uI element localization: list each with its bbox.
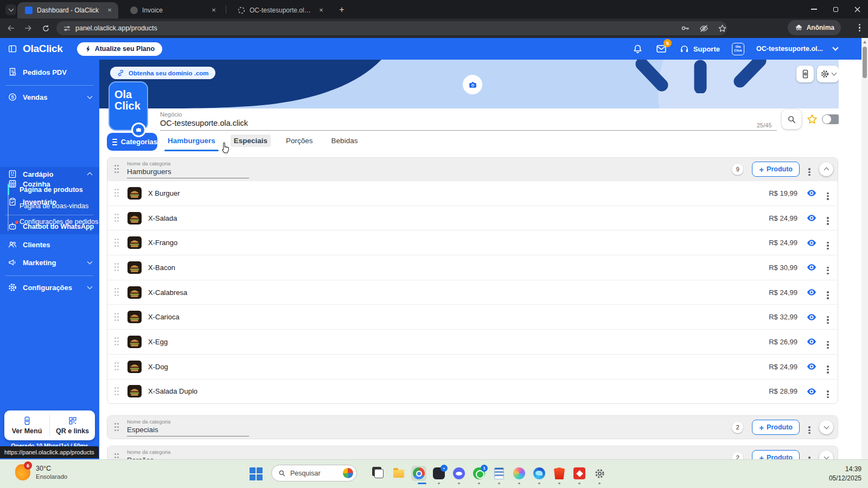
product-name[interactable]: X-Dog — [148, 363, 168, 371]
drag-handle-icon[interactable] — [114, 214, 120, 222]
sidebar-item-marketing[interactable]: Marketing — [0, 256, 99, 268]
visibility-eye-icon[interactable] — [806, 188, 817, 198]
product-image[interactable] — [127, 212, 142, 224]
scrollbar-thumb[interactable] — [863, 47, 867, 78]
inbox-mail-icon[interactable]: 5 — [655, 43, 667, 55]
expand-button[interactable] — [819, 420, 833, 434]
copilot-button[interactable] — [512, 466, 527, 481]
product-price[interactable]: R$ 24,99 — [769, 239, 797, 247]
support-button[interactable]: Suporte — [679, 44, 720, 54]
eye-off-icon[interactable] — [699, 23, 709, 34]
sidebar-toggle-icon[interactable] — [8, 44, 17, 54]
task-view-button[interactable] — [371, 466, 386, 481]
upgrade-plan-button[interactable]: Atualize seu Plano — [77, 42, 162, 56]
product-name[interactable]: X-Frango — [148, 239, 177, 247]
product-image[interactable] — [127, 385, 142, 397]
visibility-eye-icon[interactable] — [806, 312, 817, 323]
site-settings-icon[interactable] — [63, 24, 71, 33]
account-name[interactable]: OC-testesuporte.ol... — [756, 45, 821, 53]
preview-phone-button[interactable] — [796, 66, 814, 82]
kebab-menu-icon[interactable] — [827, 341, 829, 343]
collapse-button[interactable] — [819, 162, 833, 176]
page-settings-button[interactable] — [817, 66, 839, 82]
visibility-eye-icon[interactable] — [806, 361, 817, 372]
sidebar-item-configuracoes[interactable]: Configurações — [0, 281, 99, 293]
scroll-up-arrow[interactable] — [863, 41, 866, 43]
browser-menu-kebab-icon[interactable] — [859, 24, 860, 25]
tab-close-icon[interactable]: × — [209, 6, 218, 15]
tab-porcoes[interactable]: Porções — [283, 134, 316, 147]
browser-tab-invoice[interactable]: Invoice × — [123, 2, 222, 18]
bookmark-star-icon[interactable] — [718, 24, 727, 33]
kebab-menu-icon[interactable] — [827, 316, 829, 318]
taskbar-search[interactable]: Pesquisar — [271, 465, 357, 481]
kebab-menu-icon[interactable] — [827, 390, 829, 392]
kebab-menu-icon[interactable] — [827, 365, 829, 367]
kebab-menu-icon[interactable] — [808, 168, 810, 170]
product-name[interactable]: X-Carioca — [148, 313, 180, 321]
anydesk-button[interactable]: • — [431, 466, 446, 481]
address-bar[interactable]: panel.olaclick.app/products — [56, 21, 727, 35]
brave-button[interactable] — [552, 466, 567, 481]
product-image[interactable] — [127, 336, 142, 348]
get-domain-button[interactable]: Obtenha seu domínio .com — [110, 67, 215, 79]
visibility-eye-icon[interactable] — [806, 237, 817, 248]
expand-button[interactable] — [819, 451, 833, 459]
product-price[interactable]: R$ 30,99 — [769, 264, 797, 272]
page-scrollbar[interactable] — [861, 38, 868, 459]
cover-camera-button[interactable] — [463, 75, 482, 94]
product-price[interactable]: R$ 26,99 — [769, 338, 797, 346]
drag-handle-icon[interactable] — [114, 453, 120, 459]
kebab-menu-icon[interactable] — [827, 242, 829, 243]
kebab-menu-icon[interactable] — [827, 217, 829, 219]
sidebar-item-inventario[interactable]: Inventário — [0, 196, 99, 208]
add-product-button[interactable]: Produto — [752, 420, 800, 435]
category-name-field[interactable]: Nome da categoria Hamburguers — [127, 160, 249, 178]
kebab-menu-icon[interactable] — [827, 192, 829, 194]
ver-menu-button[interactable]: Ver Menú — [4, 410, 49, 440]
password-key-icon[interactable] — [680, 23, 690, 33]
product-name[interactable]: X-Salada — [148, 214, 177, 222]
account-chevron-down-icon[interactable] — [832, 44, 838, 50]
notes-app-button[interactable] — [492, 466, 507, 481]
category-name-field[interactable]: Nome da categoria Especiais — [127, 419, 249, 436]
drag-handle-icon[interactable] — [114, 288, 120, 297]
sidebar-item-cozinha[interactable]: Cozinha — [0, 178, 99, 190]
browser-tab-dashboard[interactable]: Dashboard - OlaClick × — [17, 2, 118, 18]
product-price[interactable]: R$ 24,99 — [769, 214, 797, 222]
whatsapp-button[interactable]: 1 — [471, 466, 487, 481]
drag-handle-icon[interactable] — [114, 387, 120, 396]
search-products-button[interactable] — [782, 110, 801, 129]
product-name[interactable]: X-Salada Duplo — [148, 387, 197, 395]
tab-close-icon[interactable]: × — [105, 6, 114, 15]
maximize-button[interactable] — [825, 0, 846, 18]
drag-handle-icon[interactable] — [114, 165, 120, 174]
product-image[interactable] — [127, 187, 142, 200]
back-icon[interactable] — [4, 22, 17, 35]
kebab-menu-icon[interactable] — [827, 291, 829, 293]
product-image[interactable] — [127, 361, 142, 373]
drag-handle-icon[interactable] — [114, 362, 120, 371]
taskbar-clock[interactable]: 14:39 05/12/2025 — [829, 465, 861, 483]
kebab-menu-icon[interactable] — [808, 457, 810, 458]
browser-tab-info[interactable]: OC-testesuporte.ola.click - Info × — [230, 2, 330, 18]
visibility-eye-icon[interactable] — [806, 213, 817, 223]
drag-handle-icon[interactable] — [114, 313, 120, 322]
weather-widget[interactable]: 6 30°C Ensolarado — [15, 464, 67, 480]
logo-camera-button[interactable] — [131, 123, 146, 137]
minimize-button[interactable] — [803, 0, 825, 18]
sidebar-item-vendas[interactable]: Vendas — [0, 91, 99, 103]
tab-close-icon[interactable]: × — [317, 6, 326, 15]
tab-bebidas[interactable]: Bebidas — [328, 134, 361, 147]
kebab-menu-icon[interactable] — [808, 426, 810, 428]
add-product-button[interactable]: Produto — [752, 450, 800, 459]
product-name[interactable]: X-Bacon — [148, 264, 175, 272]
product-image[interactable] — [127, 311, 142, 323]
product-image[interactable] — [127, 286, 142, 299]
chrome-button[interactable] — [411, 466, 426, 481]
business-name-input[interactable]: OC-testesuporte.ola.click — [160, 119, 248, 127]
product-name[interactable]: X-Egg — [148, 338, 168, 346]
visibility-eye-icon[interactable] — [806, 262, 817, 273]
visibility-eye-icon[interactable] — [806, 336, 817, 347]
start-button[interactable] — [250, 467, 263, 480]
